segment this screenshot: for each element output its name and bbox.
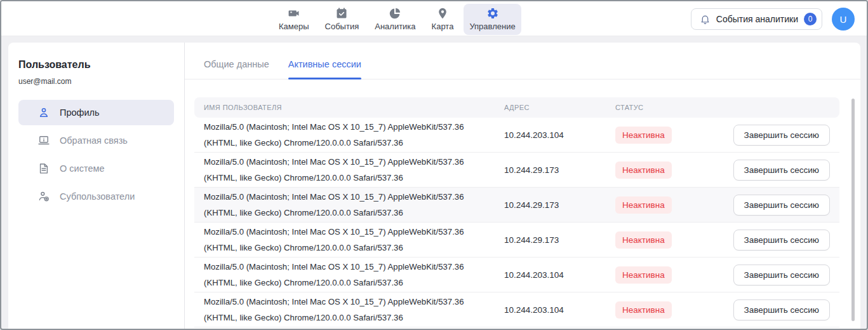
session-user-agent: Mozilla/5.0 (Macintosh; Intel Mac OS X 1… <box>194 118 495 152</box>
sidebar-item-label: Профиль <box>60 107 100 118</box>
feedback-laptop-icon <box>37 134 50 147</box>
top-header: КамерыСобытияАналитикаКартаУправление Со… <box>1 1 867 36</box>
sidebar-item-label: Обратная связь <box>60 135 128 146</box>
nav-item-cameras[interactable]: Камеры <box>273 4 315 35</box>
session-row: Mozilla/5.0 (Macintosh; Intel Mac OS X 1… <box>194 223 839 258</box>
nav-item-label: Камеры <box>279 22 309 31</box>
vertical-scrollbar[interactable] <box>851 99 855 321</box>
session-status-badge: Неактивна <box>615 196 672 214</box>
session-row: Mozilla/5.0 (Macintosh; Intel Mac OS X 1… <box>194 188 839 223</box>
session-status-badge: Неактивна <box>615 127 672 144</box>
session-user-agent: Mozilla/5.0 (Macintosh; Intel Mac OS X 1… <box>194 188 495 222</box>
map-pin-icon <box>436 7 449 20</box>
nav-item-label: Управление <box>469 22 515 31</box>
sidebar-item-profile[interactable]: Профиль <box>18 100 174 125</box>
end-session-button[interactable]: Завершить сессию <box>733 230 830 251</box>
app-window: КамерыСобытияАналитикаКартаУправление Со… <box>0 0 868 330</box>
sidebar-title: Пользователь <box>18 59 174 71</box>
nav-item-label: Карта <box>432 22 454 31</box>
session-row: Mozilla/5.0 (Macintosh; Intel Mac OS X 1… <box>194 258 839 292</box>
analytics-events-button[interactable]: События аналитики 0 <box>691 8 822 30</box>
session-user-agent: Mozilla/5.0 (Macintosh; Intel Mac OS X 1… <box>194 258 495 292</box>
bell-icon <box>700 14 711 25</box>
session-row: Mozilla/5.0 (Macintosh; Intel Mac OS X 1… <box>194 118 839 153</box>
column-header: ИМЯ ПОЛЬЗОВАТЕЛЯ <box>194 104 495 111</box>
column-header: АДРЕС <box>495 104 606 111</box>
tab-general[interactable]: Общие данные <box>204 59 269 79</box>
nav-item-events[interactable]: События <box>319 4 365 35</box>
sessions-table-body: Mozilla/5.0 (Macintosh; Intel Mac OS X 1… <box>194 118 839 327</box>
end-session-button[interactable]: Завершить сессию <box>733 160 830 181</box>
session-address: 10.244.203.104 <box>495 270 606 280</box>
tab-bar: Общие данныеАктивные сессии <box>185 43 860 79</box>
column-header: СТАТУС <box>606 104 723 111</box>
session-address: 10.244.29.173 <box>495 235 606 245</box>
nav-item-analytics[interactable]: Аналитика <box>369 4 421 35</box>
main-panel: Общие данныеАктивные сессии ИМЯ ПОЛЬЗОВА… <box>185 43 860 329</box>
session-status-badge: Неактивна <box>615 266 672 284</box>
sessions-table: ИМЯ ПОЛЬЗОВАТЕЛЯАДРЕССТАТУС Mozilla/5.0 … <box>194 97 839 327</box>
sidebar-item-feedback[interactable]: Обратная связь <box>18 128 174 153</box>
video-camera-icon <box>288 7 300 20</box>
session-address: 10.244.29.173 <box>495 165 606 175</box>
nav-item-label: События <box>325 22 359 31</box>
main-nav: КамерыСобытияАналитикаКартаУправление <box>273 4 521 35</box>
end-session-button[interactable]: Завершить сессию <box>733 195 830 216</box>
end-session-button[interactable]: Завершить сессию <box>733 265 830 285</box>
content-card: Пользователь user@mail.com ПрофильОбратн… <box>8 43 860 329</box>
session-status-badge: Неактивна <box>615 162 672 179</box>
analytics-events-label: События аналитики <box>716 14 798 24</box>
session-user-agent: Mozilla/5.0 (Macintosh; Intel Mac OS X 1… <box>194 223 495 257</box>
sidebar-item-label: Субпользователи <box>60 191 135 202</box>
sidebar: Пользователь user@mail.com ПрофильОбратн… <box>8 43 185 329</box>
calendar-check-icon <box>335 7 348 20</box>
session-address: 10.244.29.173 <box>495 200 606 210</box>
sidebar-item-label: О системе <box>60 163 104 174</box>
session-address: 10.244.203.104 <box>495 305 606 315</box>
nav-item-label: Аналитика <box>375 22 415 31</box>
sidebar-item-subusers[interactable]: Субпользователи <box>18 184 174 209</box>
session-row: Mozilla/5.0 (Macintosh; Intel Mac OS X 1… <box>194 292 839 327</box>
end-session-button[interactable]: Завершить сессию <box>733 299 830 320</box>
nav-item-management[interactable]: Управление <box>464 4 521 35</box>
analytics-events-badge: 0 <box>804 13 817 25</box>
session-user-agent: Mozilla/5.0 (Macintosh; Intel Mac OS X 1… <box>194 153 495 187</box>
document-icon <box>37 162 50 175</box>
tab-sessions[interactable]: Активные сессии <box>288 59 361 79</box>
gear-icon <box>486 7 499 20</box>
sessions-table-header: ИМЯ ПОЛЬЗОВАТЕЛЯАДРЕССТАТУС <box>194 97 839 118</box>
session-status-badge: Неактивна <box>615 301 672 319</box>
session-status-badge: Неактивна <box>615 231 672 249</box>
session-user-agent: Mozilla/5.0 (Macintosh; Intel Mac OS X 1… <box>194 292 495 327</box>
pie-chart-icon <box>389 7 401 20</box>
user-avatar[interactable]: U <box>832 8 855 31</box>
sidebar-item-about[interactable]: О системе <box>18 156 174 181</box>
session-address: 10.244.203.104 <box>495 130 606 140</box>
add-user-icon <box>37 190 50 203</box>
sidebar-menu: ПрофильОбратная связьО системеСубпользов… <box>18 100 174 209</box>
session-row: Mozilla/5.0 (Macintosh; Intel Mac OS X 1… <box>194 153 839 188</box>
person-icon <box>37 106 50 119</box>
end-session-button[interactable]: Завершить сессию <box>733 125 830 146</box>
nav-item-map[interactable]: Карта <box>426 4 460 35</box>
user-email: user@mail.com <box>18 77 174 86</box>
